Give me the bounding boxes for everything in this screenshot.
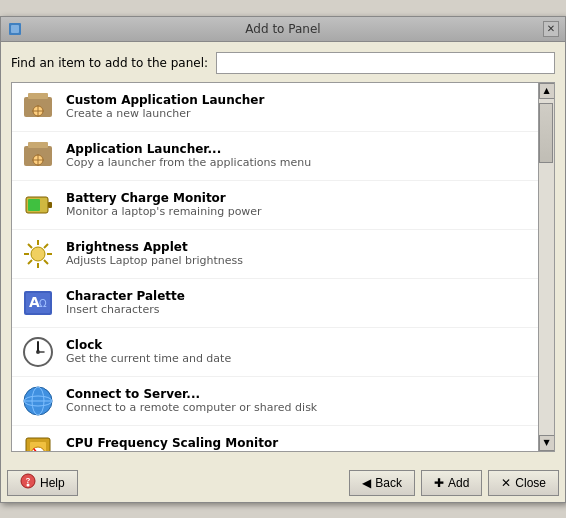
back-button[interactable]: ◀ Back <box>349 470 415 496</box>
item-desc: Monitor a laptop's remaining power <box>66 205 262 218</box>
svg-rect-3 <box>28 93 48 99</box>
svg-rect-13 <box>48 202 52 208</box>
list-item[interactable]: Brightness Applet Adjusts Laptop panel b… <box>12 230 538 279</box>
search-row: Find an item to add to the panel: <box>11 52 555 74</box>
item-desc: Insert characters <box>66 303 185 316</box>
list-item[interactable]: Clock Get the current time and date <box>12 328 538 377</box>
item-icon-brightness <box>20 236 56 272</box>
item-text: Battery Charge Monitor Monitor a laptop'… <box>66 191 262 218</box>
svg-rect-14 <box>28 199 40 211</box>
item-name: Connect to Server... <box>66 387 317 401</box>
item-icon-clock <box>20 334 56 370</box>
items-list-container: Custom Application Launcher Create a new… <box>11 82 555 452</box>
item-desc: Connect to a remote computer or shared d… <box>66 401 317 414</box>
add-button[interactable]: ✚ Add <box>421 470 482 496</box>
close-x-icon: ✕ <box>501 476 511 490</box>
item-name: Clock <box>66 338 231 352</box>
svg-line-23 <box>28 260 32 264</box>
list-item[interactable]: CPU Frequency Scaling Monitor Monitor th… <box>12 426 538 451</box>
item-name: Battery Charge Monitor <box>66 191 262 205</box>
item-name: Application Launcher... <box>66 142 311 156</box>
list-item[interactable]: Application Launcher... Copy a launcher … <box>12 132 538 181</box>
close-icon[interactable]: ✕ <box>543 21 559 37</box>
item-icon-charpalette: A Ω <box>20 285 56 321</box>
item-text: Custom Application Launcher Create a new… <box>66 93 264 120</box>
item-icon-network <box>20 383 56 419</box>
add-label: Add <box>448 476 469 490</box>
back-label: Back <box>375 476 402 490</box>
svg-rect-1 <box>11 25 19 33</box>
add-to-panel-window: Add to Panel ✕ Find an item to add to th… <box>0 16 566 503</box>
item-name: Custom Application Launcher <box>66 93 264 107</box>
item-text: Connect to Server... Connect to a remote… <box>66 387 317 414</box>
item-desc: Copy a launcher from the applications me… <box>66 156 311 169</box>
help-label: Help <box>40 476 65 490</box>
back-icon: ◀ <box>362 476 371 490</box>
svg-text:?: ? <box>26 476 31 485</box>
svg-point-15 <box>31 247 45 261</box>
item-name: Character Palette <box>66 289 185 303</box>
item-desc: Adjusts Laptop panel brightness <box>66 254 243 267</box>
window-title: Add to Panel <box>23 22 543 36</box>
list-item[interactable]: A Ω Character Palette Insert characters <box>12 279 538 328</box>
item-icon-applauncher <box>20 138 56 174</box>
button-row: ? Help ◀ Back ✚ Add ✕ Close <box>1 462 565 502</box>
scrollbar-track[interactable] <box>539 99 554 435</box>
svg-line-20 <box>28 244 32 248</box>
item-text: CPU Frequency Scaling Monitor Monitor th… <box>66 436 278 451</box>
item-text: Brightness Applet Adjusts Laptop panel b… <box>66 240 243 267</box>
svg-line-21 <box>44 260 48 264</box>
item-desc: Create a new launcher <box>66 107 264 120</box>
svg-rect-8 <box>28 142 48 148</box>
item-desc: Monitor the CPU Frequency Scaling <box>66 450 278 451</box>
help-icon: ? <box>20 473 36 492</box>
help-button[interactable]: ? Help <box>7 470 78 496</box>
search-input[interactable] <box>216 52 555 74</box>
list-item[interactable]: Connect to Server... Connect to a remote… <box>12 377 538 426</box>
item-name: Brightness Applet <box>66 240 243 254</box>
svg-line-22 <box>44 244 48 248</box>
close-label: Close <box>515 476 546 490</box>
item-text: Character Palette Insert characters <box>66 289 185 316</box>
item-text: Application Launcher... Copy a launcher … <box>66 142 311 169</box>
titlebar-icon <box>7 21 23 37</box>
item-name: CPU Frequency Scaling Monitor <box>66 436 278 450</box>
item-icon-cpu <box>20 432 56 451</box>
items-list[interactable]: Custom Application Launcher Create a new… <box>12 83 538 451</box>
content-area: Find an item to add to the panel: <box>1 42 565 462</box>
add-icon: ✚ <box>434 476 444 490</box>
search-label: Find an item to add to the panel: <box>11 56 208 70</box>
right-buttons: ◀ Back ✚ Add ✕ Close <box>349 470 559 496</box>
scroll-down-button[interactable]: ▼ <box>539 435 555 451</box>
scrollbar[interactable]: ▲ ▼ <box>538 83 554 451</box>
svg-text:Ω: Ω <box>39 298 47 309</box>
list-item[interactable]: Custom Application Launcher Create a new… <box>12 83 538 132</box>
item-icon-launcher <box>20 89 56 125</box>
close-button[interactable]: ✕ Close <box>488 470 559 496</box>
item-desc: Get the current time and date <box>66 352 231 365</box>
scrollbar-thumb[interactable] <box>539 103 553 163</box>
list-item[interactable]: Battery Charge Monitor Monitor a laptop'… <box>12 181 538 230</box>
item-text: Clock Get the current time and date <box>66 338 231 365</box>
titlebar: Add to Panel ✕ <box>1 17 565 42</box>
scroll-up-button[interactable]: ▲ <box>539 83 555 99</box>
item-icon-battery <box>20 187 56 223</box>
